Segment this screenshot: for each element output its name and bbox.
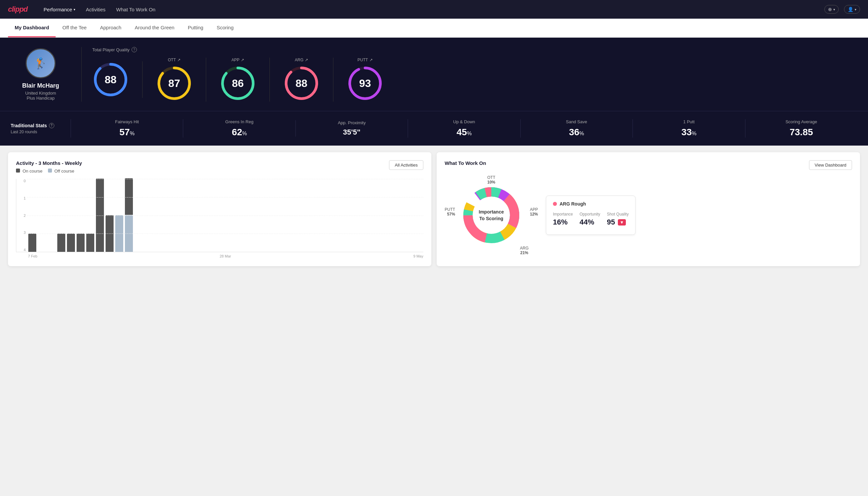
subnav-my-dashboard[interactable]: My Dashboard <box>8 19 56 37</box>
donut-svg-wrapper: Importance To Scoring <box>458 182 525 248</box>
player-info: 🏌️ Blair McHarg United Kingdom Plus Hand… <box>11 48 70 100</box>
stat-greens-in-reg: Greens In Reg 62% <box>183 119 295 138</box>
nav-performance[interactable]: Performance ▾ <box>44 7 75 12</box>
score-value-ott: 87 <box>168 77 180 90</box>
stat-value: 33% <box>638 127 739 138</box>
stat-sand-save: Sand Save 36% <box>520 119 632 138</box>
bottom-panels: Activity - 3 Months - Weekly On course O… <box>0 145 868 273</box>
help-icon[interactable]: ? <box>131 47 137 52</box>
stat-label: Up & Down <box>413 119 515 124</box>
bar-group <box>115 215 123 252</box>
svg-text:Importance: Importance <box>479 209 504 215</box>
stat-up-down: Up & Down 45% <box>408 119 520 138</box>
player-name: Blair McHarg <box>22 82 59 89</box>
view-dashboard-button[interactable]: View Dashboard <box>809 160 852 170</box>
divider <box>81 47 82 102</box>
stat-value: 45% <box>413 127 515 138</box>
app-logo[interactable]: clippd <box>8 5 28 14</box>
bar-group <box>96 179 104 252</box>
stat-scoring-average: Scoring Average 73.85 <box>745 119 857 138</box>
score-circle-putt: 93 <box>347 65 383 102</box>
bar-group <box>86 233 94 252</box>
top-nav: clippd Performance ▾ Activities What To … <box>0 0 868 19</box>
stat-app-proximity: App. Proximity 35'5" <box>296 120 408 137</box>
tpq-label: Total Player Quality ? <box>92 47 857 52</box>
subnav-putting[interactable]: Putting <box>181 19 210 37</box>
score-circle-arg: 88 <box>283 65 320 102</box>
nav-activities[interactable]: Activities <box>86 7 106 12</box>
stat-1-putt: 1 Putt 33% <box>632 119 745 138</box>
stat-value: 73.85 <box>751 127 852 138</box>
user-menu[interactable]: 👤 ▾ <box>844 5 860 14</box>
donut-label-app: APP 12% <box>530 207 538 217</box>
info-stat-opportunity: Opportunity 44% <box>580 212 600 227</box>
bar-off-course <box>115 215 123 252</box>
panel-title: Activity - 3 Months - Weekly <box>16 160 82 166</box>
donut-label-putt: PUTT 57% <box>445 207 455 217</box>
ts-sublabel: Last 20 rounds <box>11 129 70 134</box>
x-label: 7 Feb <box>28 254 37 258</box>
chart-area: OTT 10% APP 12% ARG 21% PUTT <box>445 175 852 255</box>
score-value-putt: 93 <box>359 77 371 90</box>
sub-nav: My Dashboard Off the Tee Approach Around… <box>0 19 868 37</box>
bar-on-course <box>125 178 133 215</box>
bar-group <box>125 178 133 252</box>
bar-on-course <box>96 179 104 252</box>
arrow-icon: ↗ <box>241 58 244 62</box>
bar-group <box>28 233 36 252</box>
stat-value: 62% <box>189 127 290 138</box>
user-icon: 👤 <box>848 7 853 12</box>
subnav-approach[interactable]: Approach <box>93 19 128 37</box>
bar-off-course <box>125 215 133 252</box>
score-label-putt: PUTT ↗ <box>358 58 373 62</box>
player-country: United Kingdom <box>25 91 56 96</box>
score-arg: ARG ↗ 88 <box>270 58 333 102</box>
info-stat-importance: Importance 16% <box>553 212 573 227</box>
stat-label: 1 Putt <box>638 119 739 124</box>
chevron-down-icon: ▾ <box>833 7 835 11</box>
nav-what-to-work-on[interactable]: What To Work On <box>116 7 156 12</box>
chevron-down-icon: ▾ <box>855 7 856 11</box>
bar-on-course <box>106 215 114 252</box>
add-button[interactable]: ⊕ ▾ <box>824 5 839 14</box>
y-axis: 4 3 2 1 0 <box>16 179 26 252</box>
bar-group <box>57 233 65 252</box>
arrow-icon: ↗ <box>305 58 308 62</box>
score-circle-ott: 87 <box>156 65 192 102</box>
score-label-ott: OTT ↗ <box>168 58 180 62</box>
bar-on-course <box>67 233 75 252</box>
x-axis-labels: 7 Feb 28 Mar 9 May <box>16 252 423 258</box>
all-activities-button[interactable]: All Activities <box>389 160 423 170</box>
donut-with-labels: OTT 10% APP 12% ARG 21% PUTT <box>445 175 538 255</box>
plus-icon: ⊕ <box>828 7 832 12</box>
bar-group <box>77 233 84 252</box>
subnav-scoring[interactable]: Scoring <box>210 19 240 37</box>
subnav-off-the-tee[interactable]: Off the Tee <box>56 19 93 37</box>
svg-text:To Scoring: To Scoring <box>479 216 503 221</box>
scores-section: Total Player Quality ? 88 OTT ↗ <box>92 47 857 102</box>
score-value-arg: 88 <box>296 77 307 90</box>
subnav-around-the-green[interactable]: Around the Green <box>128 19 181 37</box>
help-icon[interactable]: ? <box>49 123 54 128</box>
stat-label: Fairways Hit <box>76 119 177 124</box>
score-value-total: 88 <box>105 74 116 86</box>
bar-group <box>67 233 75 252</box>
x-label: 28 Mar <box>220 254 231 258</box>
arrow-icon: ↗ <box>177 58 180 62</box>
player-handicap: Plus Handicap <box>27 96 54 100</box>
stat-value: 35'5" <box>301 128 403 137</box>
stat-label: App. Proximity <box>301 120 403 125</box>
stat-value: 36% <box>526 127 627 138</box>
bar-on-course <box>86 233 94 252</box>
bar-chart: 4 3 2 1 0 <box>16 179 423 252</box>
info-card-title: ARG Rough <box>553 201 629 206</box>
stat-label: Greens In Reg <box>189 119 290 124</box>
shot-quality-badge: ▼ <box>618 219 626 226</box>
score-label-arg: ARG ↗ <box>295 58 308 62</box>
bar-on-course <box>77 233 84 252</box>
stats-bar: Traditional Stats ? Last 20 rounds Fairw… <box>0 111 868 145</box>
score-app: APP ↗ 86 <box>206 58 270 102</box>
score-value-app: 86 <box>232 77 244 90</box>
traditional-stats-label: Traditional Stats ? Last 20 rounds <box>11 123 70 134</box>
score-total: 88 <box>92 61 143 98</box>
